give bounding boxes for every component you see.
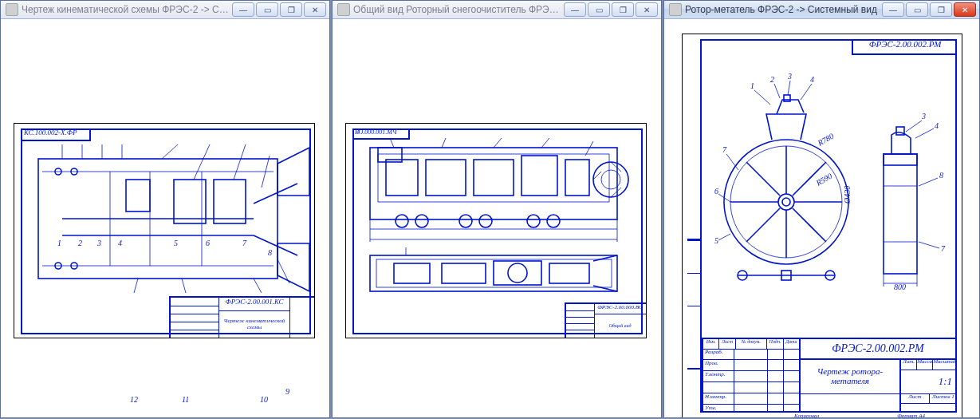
window-rotor-thrower: Ротор-метатель ФРЭС-2 -> Системный вид —… [663, 0, 980, 418]
tb-listov: Листов 1 [930, 393, 958, 403]
svg-line-64 [593, 286, 617, 291]
svg-point-69 [782, 198, 790, 206]
svg-point-39 [593, 162, 628, 197]
close-button[interactable]: ✕ [954, 2, 976, 17]
tb-col-list: Лист [719, 339, 735, 349]
callout-9: 9 [285, 387, 289, 396]
app-icon [337, 3, 350, 16]
close-button[interactable]: ✕ [304, 2, 326, 17]
svg-text:4: 4 [810, 75, 814, 84]
footer-kopiroval: Копировал [794, 413, 819, 417]
svg-point-45 [527, 215, 540, 227]
svg-line-91 [754, 90, 770, 105]
restore-button[interactable]: ❐ [280, 2, 302, 17]
svg-line-29 [254, 279, 262, 293]
svg-rect-62 [549, 263, 589, 283]
minimize-button[interactable]: — [882, 2, 904, 17]
svg-line-54 [541, 138, 549, 148]
tb-lit: Лит. [901, 358, 917, 370]
svg-marker-15 [277, 148, 309, 196]
svg-line-27 [134, 279, 138, 293]
svg-rect-31 [370, 148, 617, 219]
callout-12: 12 [130, 395, 138, 404]
svg-text:5: 5 [714, 236, 718, 245]
svg-line-74 [746, 162, 780, 196]
svg-point-68 [778, 194, 794, 210]
tb-row-blank [703, 382, 799, 393]
svg-line-63 [593, 255, 617, 261]
svg-marker-16 [277, 243, 309, 291]
svg-rect-37 [565, 160, 589, 196]
svg-text:1: 1 [750, 81, 754, 90]
maximize-button[interactable]: ▭ [906, 2, 928, 17]
svg-rect-60 [494, 261, 541, 285]
callout-1: 1 [57, 239, 61, 247]
svg-rect-33 [386, 160, 418, 196]
callout-3: 3 [97, 239, 101, 247]
callout-7: 7 [242, 239, 246, 247]
callout-8: 8 [268, 248, 272, 257]
callout-2: 2 [78, 239, 82, 247]
title-block: ФРЭС-2.00.002.РМ Чертеж ротора-метателя … [702, 338, 957, 413]
svg-line-97 [718, 234, 730, 240]
restore-icon: ❐ [288, 6, 295, 14]
tb-list: Лист [901, 393, 930, 403]
maximize-button[interactable]: ▭ [588, 2, 610, 17]
maximize-icon: ▭ [914, 6, 921, 14]
svg-point-41 [396, 215, 408, 227]
minimize-button[interactable]: — [564, 2, 586, 17]
restore-button[interactable]: ❐ [612, 2, 634, 17]
svg-rect-34 [426, 160, 466, 196]
minimize-button[interactable]: — [232, 2, 254, 17]
tb-row-prov: Пров. [703, 360, 799, 371]
svg-line-100 [919, 178, 938, 186]
drawing-canvas[interactable]: ВО.000.001.МЧ [333, 19, 661, 417]
maximize-button[interactable]: ▭ [256, 2, 278, 17]
svg-rect-84 [884, 154, 917, 165]
svg-line-101 [919, 242, 939, 248]
restore-button[interactable]: ❐ [930, 2, 952, 17]
app-icon [6, 3, 18, 16]
svg-line-94 [801, 84, 812, 100]
drawing-title: Чертеж ротора-метателя [799, 358, 901, 394]
svg-rect-12 [126, 180, 150, 211]
maximize-icon: ▭ [596, 6, 603, 14]
restore-icon: ❐ [938, 6, 945, 14]
svg-line-51 [390, 138, 394, 148]
drawing-title: Чертеж кинематической схемы [218, 310, 290, 338]
callout-10: 10 [260, 395, 268, 404]
window-kinematic-scheme: Чертеж кинематической схемы ФРЭС-2 -> Си… [0, 0, 330, 418]
svg-line-52 [442, 138, 446, 148]
svg-line-55 [585, 141, 593, 156]
svg-rect-59 [442, 263, 486, 283]
svg-line-92 [774, 84, 780, 98]
svg-line-28 [182, 279, 186, 293]
tb-scale: 1:1 [896, 370, 957, 394]
titlebar[interactable]: Общий вид Роторный снегоочиститель ФРЭС-… [333, 1, 661, 19]
close-button[interactable]: ✕ [636, 2, 658, 17]
drawing-title: Общий вид [594, 314, 646, 338]
svg-point-42 [415, 215, 428, 227]
close-icon: ✕ [312, 6, 318, 14]
svg-point-43 [459, 215, 472, 227]
svg-point-46 [547, 215, 560, 227]
svg-text:7: 7 [941, 244, 946, 253]
svg-text:7: 7 [722, 145, 727, 154]
tb-masshtab: Масштаб [933, 358, 957, 370]
drawing-canvas[interactable]: ФРЭС-2.00.002.РМ [664, 19, 979, 417]
dim-d430: Ø430 [843, 186, 852, 204]
svg-rect-58 [394, 263, 430, 283]
svg-line-99 [915, 128, 934, 138]
window-general-view: Общий вид Роторный снегоочиститель ФРЭС-… [332, 0, 662, 418]
svg-text:3: 3 [921, 112, 926, 121]
tb-row-razrab: Разраб. [703, 349, 799, 360]
svg-line-30 [277, 259, 289, 283]
drawing-sheet: ВО.000.001.МЧ [345, 123, 647, 338]
svg-rect-35 [474, 160, 514, 196]
svg-text:3: 3 [787, 72, 792, 81]
titlebar[interactable]: Чертеж кинематической схемы ФРЭС-2 -> Си… [1, 1, 329, 19]
window-title: Общий вид Роторный снегоочиститель ФРЭС-… [353, 4, 564, 15]
svg-rect-36 [521, 156, 557, 196]
titlebar[interactable]: Ротор-метатель ФРЭС-2 -> Системный вид —… [664, 1, 979, 19]
drawing-canvas[interactable]: КС.100.002-Х.ФР [1, 19, 329, 417]
